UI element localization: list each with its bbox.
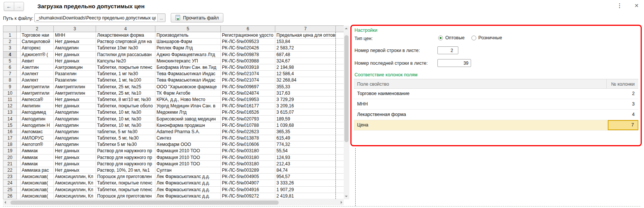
grid-cell[interactable]: ООО "Харьковское фармаце: [155, 83, 221, 90]
grid-cell[interactable]: Порошок для приготовлен: [96, 174, 155, 180]
grid-cell[interactable]: Раствор спиртовой для на: [96, 39, 155, 45]
grid-cell[interactable]: Амоксиклав(: [21, 193, 54, 199]
grid-cell[interactable]: Порошок для приготовлен: [96, 193, 155, 199]
grid-cell[interactable]: 355,33: [275, 83, 336, 90]
grid-row-number[interactable]: 12: [3, 103, 17, 109]
read-file-button[interactable]: Прочитать файл: [171, 13, 223, 22]
grid-cell[interactable]: Фармация 2010 ТОО: [155, 160, 221, 167]
grid-cell[interactable]: 2 583,72: [275, 45, 336, 51]
grid-cell[interactable]: [17, 39, 21, 45]
grid-cell[interactable]: [17, 32, 21, 39]
mapping-row[interactable]: МНН3: [354, 99, 638, 110]
grid-cell[interactable]: 365,35: [275, 128, 336, 135]
grid-row-number[interactable]: 15: [3, 122, 17, 128]
grid-cell[interactable]: [336, 90, 344, 96]
grid-column-header[interactable]: 7: [275, 26, 336, 32]
grid-cell[interactable]: Таблетки, покрытые оболо: [96, 103, 155, 109]
grid-cell[interactable]: РК-ЛС-5№009878: [221, 51, 275, 58]
mapping-row[interactable]: Торговое наименование2: [354, 89, 638, 99]
grid-cell[interactable]: Нет данных: [54, 103, 96, 109]
grid-cell[interactable]: [336, 167, 344, 173]
vertical-scrollbar-thumb[interactable]: [344, 35, 349, 142]
grid-cell[interactable]: [336, 180, 344, 186]
grid-cell[interactable]: Нет данных: [54, 148, 96, 154]
grid-cell[interactable]: Нет данных: [54, 58, 96, 64]
grid-cell[interactable]: [336, 39, 344, 45]
grid-cell[interactable]: Амитриптили: [21, 90, 54, 96]
grid-cell[interactable]: Амлодипин: [54, 45, 96, 51]
grid-cell[interactable]: Амлотоп®: [21, 141, 54, 148]
grid-cell[interactable]: Таблетки, 10 мг, №30: [96, 122, 155, 128]
grid-cell[interactable]: Амоксициллин, Кл: [54, 174, 96, 180]
grid-cell[interactable]: 124,93: [275, 154, 336, 160]
grid-cell[interactable]: 3 729,29: [275, 96, 336, 103]
grid-cell[interactable]: Лекарственная форма: [96, 32, 155, 39]
grid-cell[interactable]: [336, 45, 344, 51]
grid-cell[interactable]: Нет данных: [54, 160, 96, 167]
grid-cell[interactable]: РК-ЛС-5№021074: [221, 77, 275, 83]
grid-cell[interactable]: РК-ЛС-5№016177: [221, 103, 275, 109]
grid-cell[interactable]: Таблетки, 10 мг, №30: [96, 109, 155, 116]
grid-cell[interactable]: 1 907,29: [275, 186, 336, 193]
grid-cell[interactable]: [336, 148, 344, 154]
grid-cell[interactable]: Амлодипин: [54, 135, 96, 141]
grid-row-number[interactable]: 25: [3, 186, 17, 193]
grid-cell[interactable]: РК-ЛС-5№021074: [221, 71, 275, 77]
grid-cell[interactable]: Раствор для наружного пр: [96, 154, 155, 160]
grid-cell[interactable]: [336, 135, 344, 141]
grid-cell[interactable]: Лек Фармасьютикалс д.д.: [155, 180, 221, 186]
grid-cell[interactable]: Синтез: [155, 135, 221, 141]
grid-cell[interactable]: РК-ЛС-5№003289: [221, 167, 275, 173]
grid-cell[interactable]: РК-ЛС-5№022623: [221, 128, 275, 135]
grid-cell[interactable]: 774,32: [275, 141, 336, 148]
grid-cell[interactable]: Амитриптилин: [54, 90, 96, 96]
grid-row-number[interactable]: 13: [3, 109, 17, 116]
scroll-down-icon[interactable]: [345, 196, 348, 197]
mapping-row[interactable]: Лекарственная форма4: [354, 110, 638, 120]
grid-cell[interactable]: Амоксициллин, Кл: [54, 193, 96, 199]
grid-cell[interactable]: [336, 122, 344, 128]
file-path-input[interactable]: [34, 13, 158, 22]
grid-cell[interactable]: Амлодипин: [21, 116, 54, 122]
grid-cell[interactable]: Уорлд Медицин Илач Сан. в: [155, 103, 221, 109]
grid-cell[interactable]: РК-ЛС-5№019953: [221, 96, 275, 103]
grid-cell[interactable]: РК-ЛС-5№004907: [221, 180, 275, 186]
grid-column-header[interactable]: [17, 26, 21, 32]
back-button[interactable]: ←: [4, 2, 14, 11]
grid-cell[interactable]: Амлодипин Н: [21, 122, 54, 128]
grid-cell[interactable]: Тева Фармасьютикал Индас: [155, 77, 221, 83]
grid-cell[interactable]: Амлодипин: [54, 141, 96, 148]
grid-cell[interactable]: [336, 51, 344, 58]
grid-cell[interactable]: Лек Фармасьютикалс д.д.: [155, 186, 221, 193]
grid-cell[interactable]: 3 615,07: [275, 109, 336, 116]
grid-cell[interactable]: [336, 154, 344, 160]
grid-cell[interactable]: [17, 186, 21, 193]
grid-cell[interactable]: Реплек Фарм Лтд: [155, 45, 221, 51]
grid-cell[interactable]: Аммиака рас: [21, 167, 54, 173]
grid-cell[interactable]: Пастилки для рассасыван: [96, 51, 155, 58]
grid-cell[interactable]: Регистрационное удосто: [221, 32, 275, 39]
grid-cell[interactable]: Раствор, 10%, 20 мл, №1: [96, 167, 155, 173]
grid-cell[interactable]: Тева Фармасьютикал Индас: [155, 71, 221, 77]
grid-cell[interactable]: РК-ЛС-5№004905: [221, 174, 275, 180]
grid-cell[interactable]: [17, 148, 21, 154]
grid-cell[interactable]: Торговое наи: [21, 32, 54, 39]
grid-cell[interactable]: [336, 71, 344, 77]
grid-cell[interactable]: Фармация 2010 ТОО: [155, 148, 221, 154]
grid-cell[interactable]: Азилект: [21, 71, 54, 77]
grid-cell[interactable]: РК-ЛС-5№010606: [221, 141, 275, 148]
grid-row-number[interactable]: 18: [3, 141, 17, 148]
grid-cell[interactable]: МНН: [54, 32, 96, 39]
grid-cell[interactable]: [17, 135, 21, 141]
grid-row-number[interactable]: 1: [3, 32, 17, 39]
grid-cell[interactable]: 12 586,4: [275, 71, 336, 77]
grid-cell[interactable]: [17, 58, 21, 64]
grid-cell[interactable]: Амлодимед: [21, 109, 54, 116]
grid-cell[interactable]: Амоксиклав(: [21, 180, 54, 186]
grid-row-number[interactable]: 26: [3, 193, 17, 199]
grid-cell[interactable]: Нет данных: [54, 96, 96, 103]
grid-cell[interactable]: 84,74: [275, 167, 336, 173]
grid-cell[interactable]: Таблетки, 5 мг, №30: [96, 135, 155, 141]
grid-cell[interactable]: Авторекс: [21, 45, 54, 51]
browse-button[interactable]: ...: [157, 13, 165, 22]
